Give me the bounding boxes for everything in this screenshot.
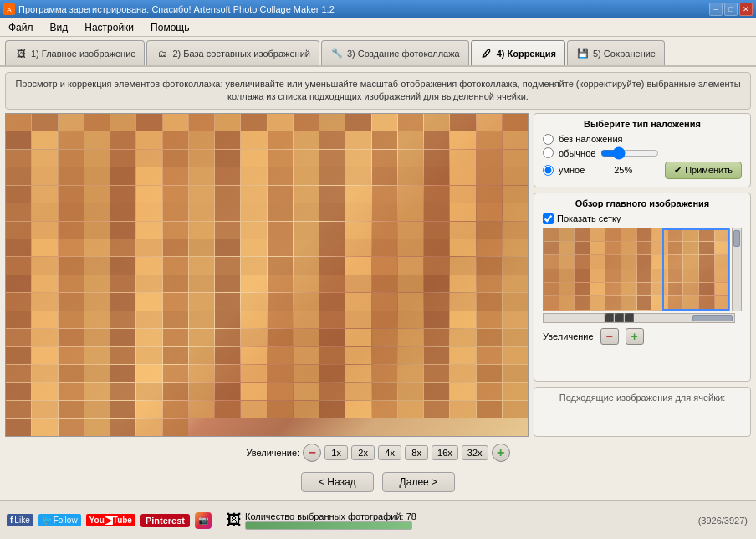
mosaic-canvas[interactable] [6,114,528,436]
show-grid-checkbox[interactable] [543,213,554,224]
zoom-8x-button[interactable]: 8x [405,445,428,460]
minimize-button[interactable]: – [709,3,723,16]
twitter-badge[interactable]: 🐦 Follow [38,514,81,526]
scrollbar-v-thumb[interactable] [733,230,740,247]
zoom-bar-label: Увеличение: [246,448,299,458]
blend-title: Выберите тип наложения [543,119,742,129]
tab-base-images[interactable]: 🗂 2) База составных изображений [146,40,319,65]
status-bar: f Like 🐦 Follow You▶Tube Pinterest 📷 🖼 К… [0,501,756,539]
menu-bar: Файл Вид Настройки Помощь [0,18,756,37]
apply-button[interactable]: ✔ Применить [665,162,742,179]
menu-file[interactable]: Файл [3,20,38,35]
social-links: f Like 🐦 Follow You▶Tube Pinterest 📷 [7,512,212,529]
zoom-4x-button[interactable]: 4x [378,445,401,460]
photos-icon: 🖼 [227,511,242,529]
zoom-minus-button[interactable]: − [600,328,619,345]
tab-correction[interactable]: 🖊 4) Коррекция [471,40,565,65]
tab-main-image[interactable]: 🖼 1) Главное изображение [5,40,145,65]
blend-normal-radio[interactable] [543,147,554,158]
mosaic-grid [6,114,528,436]
facebook-icon: f [10,516,13,525]
zoom-32x-button[interactable]: 32x [462,445,488,460]
pinterest-badge[interactable]: Pinterest [140,514,190,527]
instagram-badge[interactable]: 📷 [195,512,212,529]
instagram-icon: 📷 [198,516,208,525]
progress-fill [246,522,411,529]
blend-section: Выберите тип наложения без наложения обы… [534,113,751,187]
app-icon: A [3,3,15,15]
tab-save[interactable]: 💾 5) Сохранение [567,40,665,65]
maximize-button[interactable]: □ [724,3,738,16]
blend-none-radio[interactable] [543,134,554,145]
zoom-16x-button[interactable]: 16x [432,445,458,460]
content-area: Выберите тип наложения без наложения обы… [5,113,751,437]
matching-title: Подходящие изображения для ячейки: [559,393,725,403]
zoom-bar: Увеличение: − 1x 2x 4x 8x 16x 32x + [5,440,751,465]
collage-preview[interactable] [5,113,529,437]
show-grid-label: Показать сетку [557,213,621,223]
blend-percentage: 25% [614,165,639,175]
overview-scrollbar-v[interactable] [732,228,742,311]
zoom-increase-button[interactable]: + [492,444,510,462]
toolbar: 🖼 1) Главное изображение 🗂 2) База соста… [0,37,756,67]
image-icon: 🖼 [14,47,28,60]
status-count: 🖼 Количество выбранных фотографий: 78 [227,511,416,530]
main-content: Просмотр и коррекция элементов фотоколла… [0,67,756,501]
title-text: Программа зарегистрирована. Спасибо! Art… [18,4,335,14]
wrench-icon: 🔧 [330,47,344,60]
tab-create-collage[interactable]: 🔧 3) Создание фотоколлажа [321,40,469,65]
zoom-control-label: Увеличение [543,331,594,341]
right-panel: Выберите тип наложения без наложения обы… [534,113,751,437]
zoom-decrease-icon: − [308,445,315,460]
zoom-1x-button[interactable]: 1x [324,445,348,460]
zoom-plus-button[interactable]: + [626,328,644,345]
close-button[interactable]: ✕ [739,3,753,16]
zoom-increase-icon: + [497,445,504,460]
next-button[interactable]: Далее > [382,472,456,492]
overview-scrollbar-h[interactable]: ⬛⬛⬛ [543,313,735,323]
blend-none-label: без наложения [559,134,623,144]
count-label: Количество выбранных фотографий: 78 [245,511,416,521]
overview-scrollbar-thumb[interactable] [692,315,733,321]
like-label: Like [14,516,29,525]
pencil-icon: 🖊 [480,47,493,60]
matching-section: Подходящие изображения для ячейки: [534,387,751,437]
overview-canvas[interactable] [543,228,730,311]
nav-bar: < Назад Далее > [5,469,751,495]
twitter-icon: 🐦 [42,516,52,525]
facebook-badge[interactable]: f Like [7,514,33,526]
menu-view[interactable]: Вид [45,20,74,35]
zoom-decrease-button[interactable]: − [303,444,321,462]
menu-help[interactable]: Помощь [146,20,194,35]
progress-bar [245,521,412,530]
database-icon: 🗂 [156,47,169,60]
youtube-icon: You▶Tube [89,516,132,525]
follow-label: Follow [54,516,78,525]
blend-slider[interactable] [600,147,659,159]
menu-settings[interactable]: Настройки [79,20,139,35]
blend-normal-label: обычное [559,148,595,158]
title-bar: A Программа зарегистрирована. Спасибо! A… [0,0,756,18]
zoom-2x-button[interactable]: 2x [351,445,375,460]
blend-smart-label: умное [559,165,585,175]
overview-section: Обзор главного изображения Показать сетк… [534,192,751,382]
blend-smart-radio[interactable] [543,165,554,176]
back-button[interactable]: < Назад [301,472,374,492]
overview-title: Обзор главного изображения [543,198,742,208]
description-bar: Просмотр и коррекция элементов фотоколла… [5,72,751,110]
save-icon: 💾 [576,47,590,60]
youtube-badge[interactable]: You▶Tube [86,514,135,526]
count-ratio: (3926/3927) [698,516,748,526]
apply-icon: ✔ [674,165,682,176]
overview-inner [544,228,729,311]
